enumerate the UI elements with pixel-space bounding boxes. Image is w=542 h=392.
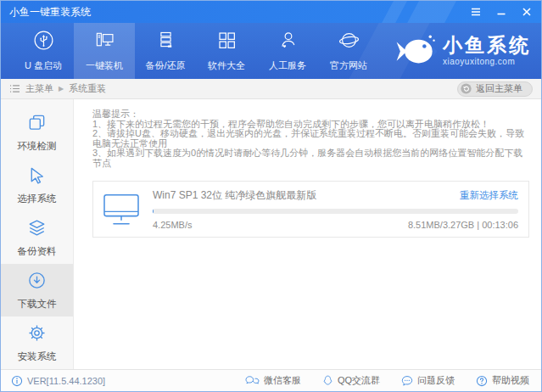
list-icon	[9, 84, 20, 93]
sidebar-item-backup-data[interactable]: 备份资料	[1, 211, 73, 264]
app-window: 小鱼一键重装系统	[0, 0, 542, 392]
menu-icon[interactable]	[470, 6, 482, 18]
nav-label: U 盘启动	[25, 59, 62, 72]
backup-restore-icon	[155, 30, 176, 54]
nav-label: 软件大全	[208, 59, 245, 72]
minimize-icon[interactable]	[495, 6, 507, 18]
download-item: Win7 SP1 32位 纯净绿色旗舰最新版 重新选择系统 4.25MB/s 8…	[92, 181, 529, 238]
nav-item-website[interactable]: 官方网站	[318, 23, 379, 79]
env-check-icon	[27, 113, 47, 136]
nav-item-usb-boot[interactable]: U 盘启动	[13, 23, 74, 79]
select-system-icon	[27, 165, 47, 188]
monitor-icon	[102, 193, 141, 227]
breadcrumb-root[interactable]: 主菜单	[25, 82, 53, 95]
version-info: VER[11.5.44.1230]	[11, 375, 105, 387]
status-link-label: QQ交流群	[338, 374, 380, 387]
website-globe-icon	[338, 30, 360, 54]
sidebar-item-select-system[interactable]: 选择系统	[1, 159, 73, 211]
nav-label: 人工服务	[269, 59, 306, 72]
wechat-support-link[interactable]: 微信客服	[245, 374, 301, 387]
breadcrumb-current: 系统重装	[69, 82, 106, 95]
sidebar-item-install-system[interactable]: 安装系统	[1, 316, 73, 369]
feedback-link[interactable]: 问题反馈	[401, 374, 455, 387]
computer-icon	[94, 30, 115, 54]
nav-item-software[interactable]: 软件大全	[196, 23, 257, 79]
status-bar: VER[11.5.44.1230] 微信客服 QQ交流群	[1, 369, 541, 391]
brand-logo: 小鱼系统 xiaoyuxitong.com	[394, 31, 531, 71]
fish-logo-icon	[394, 31, 437, 71]
download-file-icon	[27, 271, 47, 294]
download-title: Win7 SP1 32位 纯净绿色旗舰最新版	[153, 188, 316, 203]
customer-service-icon	[277, 30, 299, 54]
download-speed: 4.25MB/s	[153, 220, 192, 230]
apps-grid-icon	[216, 30, 237, 54]
window-controls	[470, 6, 533, 18]
nav-item-service[interactable]: 人工服务	[257, 23, 318, 79]
nav-label: 官方网站	[330, 59, 367, 72]
tips-title: 温馨提示：	[92, 109, 529, 120]
download-progress-fill	[153, 209, 154, 214]
breadcrumb-arrow-icon: ▶	[59, 85, 64, 92]
nav-label: 一键装机	[86, 59, 123, 72]
install-system-icon	[27, 323, 47, 346]
back-button-label: 返回主菜单	[476, 82, 522, 95]
sidebar-item-env-check[interactable]: 环境检测	[1, 106, 73, 159]
reselect-system-link[interactable]: 重新选择系统	[460, 189, 518, 202]
main-content: 温馨提示： 1、接下来的过程无需您的干预，程序会帮助您自动完成剩下的步骤，您可以…	[74, 99, 541, 369]
sidebar-item-label: 环境检测	[18, 140, 57, 153]
breadcrumb-bar: 主菜单 ▶ 系统重装 返回主菜单	[1, 79, 541, 99]
nav-item-one-key-install[interactable]: 一键装机	[74, 23, 135, 79]
tips-block: 温馨提示： 1、接下来的过程无需您的干预，程序会帮助您自动完成剩下的步骤，您可以…	[92, 109, 529, 168]
window-title: 小鱼一键重装系统	[9, 5, 91, 20]
sidebar-item-label: 下载文件	[18, 298, 57, 311]
status-link-label: 问题反馈	[417, 374, 455, 387]
tips-line: 3、如果遇到下载速度为0的情况时请耐心等待几分钟，服务器会自动根据您当前的网络位…	[92, 148, 529, 168]
version-text: VER[11.5.44.1230]	[27, 376, 105, 386]
step-sidebar: 环境检测 选择系统 备份资料	[1, 99, 74, 369]
download-size-time: 8.51MB/3.27GB | 00:13:06	[408, 220, 518, 230]
sidebar-item-label: 选择系统	[18, 193, 57, 205]
title-bar: 小鱼一键重装系统	[1, 1, 541, 23]
info-icon	[11, 375, 23, 387]
usb-icon	[33, 30, 54, 54]
nav-item-backup-restore[interactable]: 备份/还原	[135, 23, 196, 79]
tips-line: 2、请拔掉U盘、移动硬盘，退出光驱内的光盘，并保证系统重装过程不断电。否则重装可…	[92, 129, 529, 148]
sidebar-item-label: 安装系统	[18, 350, 57, 363]
status-links: 微信客服 QQ交流群 问题反馈	[245, 374, 529, 387]
back-to-menu-button[interactable]: 返回主菜单	[457, 81, 533, 97]
back-arrow-icon	[461, 83, 472, 94]
close-icon[interactable]	[521, 6, 533, 18]
backup-data-icon	[27, 218, 47, 241]
logo-name: 小鱼系统	[443, 36, 531, 55]
status-link-label: 帮助视频	[492, 374, 529, 387]
sidebar-item-download-file[interactable]: 下载文件	[1, 264, 73, 316]
titlebar-stripe	[400, 1, 462, 23]
titlebar-stripe	[375, 1, 413, 23]
qq-group-link[interactable]: QQ交流群	[322, 374, 380, 387]
help-video-link[interactable]: 帮助视频	[476, 374, 529, 387]
logo-domain: xiaoyuxitong.com	[443, 58, 531, 66]
status-link-label: 微信客服	[264, 374, 301, 387]
sidebar-item-label: 备份资料	[18, 245, 57, 258]
nav-label: 备份/还原	[145, 59, 185, 72]
main-nav: U 盘启动 一键装机 备份/还原	[1, 23, 541, 79]
download-progress-bar	[153, 209, 518, 214]
